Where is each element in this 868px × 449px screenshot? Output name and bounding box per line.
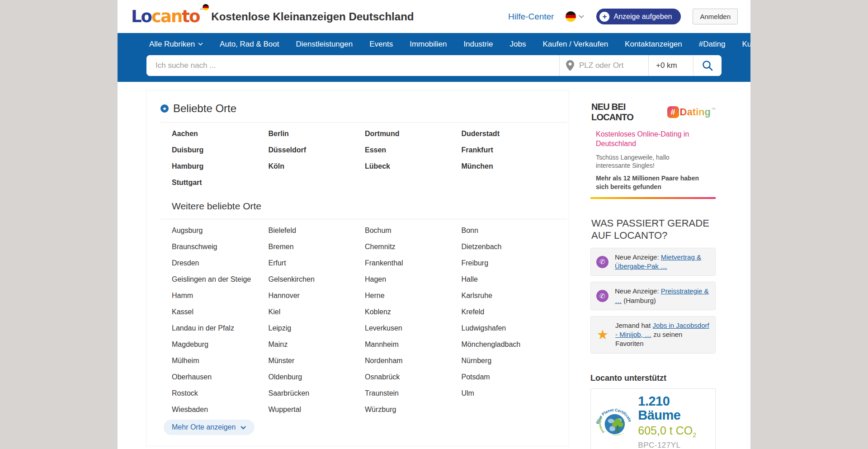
activity-item[interactable]: ✆ Neue Anzeige: Preisstrategie & … (Hamb…	[590, 282, 716, 310]
city-link[interactable]: Münster	[269, 357, 365, 364]
nav-all-categories[interactable]: Alle Rubriken	[149, 40, 203, 49]
city-link[interactable]: Halle	[462, 275, 558, 283]
city-link[interactable]: Hamm	[172, 292, 269, 299]
language-selector[interactable]	[566, 11, 585, 22]
city-link[interactable]: Nordenham	[365, 357, 462, 364]
city-link[interactable]: Düsseldorf	[269, 146, 365, 154]
city-link[interactable]: Ulm	[462, 389, 558, 397]
city-link[interactable]: Nürnberg	[462, 357, 558, 364]
search-button[interactable]	[693, 55, 722, 76]
city-link[interactable]: Hannover	[269, 292, 365, 299]
city-link[interactable]: Bremen	[269, 243, 365, 250]
city-link[interactable]: Oberhausen	[172, 373, 269, 381]
nav-item[interactable]: Kaufen / Verkaufen	[543, 40, 609, 49]
trademark-symbol: ™	[712, 107, 716, 112]
city-link[interactable]: Leipzig	[269, 324, 365, 332]
city-link[interactable]: Mannheim	[365, 340, 462, 348]
login-button[interactable]: Anmelden	[693, 9, 738, 24]
city-link[interactable]: Dortmund	[365, 130, 462, 137]
city-link[interactable]: Frankfurt	[462, 146, 558, 154]
city-link[interactable]: Würzburg	[365, 406, 462, 413]
city-link[interactable]: Kiel	[269, 308, 365, 316]
city-link[interactable]: Traunstein	[365, 389, 462, 397]
city-link[interactable]: Krefeld	[462, 308, 558, 316]
city-link[interactable]: Mönchengladbach	[462, 340, 558, 348]
city-link[interactable]: Braunschweig	[172, 243, 269, 250]
city-link[interactable]: Magdeburg	[172, 340, 269, 348]
city-link[interactable]: Stuttgart	[172, 179, 269, 186]
dating-promo-card[interactable]: NEU BEI LOCANTO # Dating ™ Kostenloses O…	[590, 90, 716, 199]
city-link[interactable]: Dietzenbach	[462, 243, 558, 250]
blue-planet-certificate-badge-icon: Blue Planet Certificate Naturefund	[595, 402, 632, 442]
city-link[interactable]: Karlsruhe	[462, 292, 558, 299]
popular-city-grid: AachenBerlinDortmundDuderstadtDuisburgDü…	[172, 130, 558, 186]
help-center-link[interactable]: Hilfe-Center	[508, 12, 554, 22]
nav-item[interactable]: Dienstleistungen	[296, 40, 353, 49]
city-link[interactable]: Rostock	[172, 389, 269, 397]
activity-item[interactable]: ★ Jemand hat Jobs in Jacobsdorf - Minijo…	[590, 316, 716, 354]
city-link[interactable]: Frankenthal	[365, 259, 462, 267]
search-input[interactable]	[146, 55, 559, 76]
blue-planet-certificate-card[interactable]: Blue Planet Certificate Naturefund	[590, 388, 716, 449]
dating-promo-link[interactable]: Kostenloses Online-Dating in Deutschland	[596, 130, 704, 149]
nav-item[interactable]: Events	[369, 40, 393, 49]
location-input[interactable]	[578, 61, 632, 71]
city-link[interactable]: Freiburg	[462, 259, 558, 267]
post-ad-button[interactable]: + Anzeige aufgeben	[596, 9, 681, 24]
city-link[interactable]: Koblenz	[365, 308, 462, 316]
nav-item[interactable]: Jobs	[510, 40, 526, 49]
locanto-logo[interactable]: Locanto™	[131, 8, 204, 25]
city-link[interactable]: Saarbrücken	[269, 389, 365, 397]
city-link[interactable]: Hagen	[365, 275, 462, 283]
city-link[interactable]: Berlin	[269, 130, 365, 137]
city-link[interactable]: Augsburg	[172, 227, 269, 234]
city-link[interactable]: Wuppertal	[269, 406, 365, 413]
city-link[interactable]: Essen	[365, 146, 462, 154]
popular-places-title: Beliebte Orte	[173, 102, 236, 115]
city-link[interactable]: Geislingen an der Steige	[172, 275, 269, 283]
city-link[interactable]: Duderstadt	[462, 130, 558, 137]
show-more-places-button[interactable]: Mehr Orte anzeigen	[164, 420, 255, 435]
city-link[interactable]: Ludwigshafen	[462, 324, 558, 332]
city-link[interactable]: Herne	[365, 292, 462, 299]
nav-item[interactable]: Auto, Rad & Boot	[220, 40, 279, 49]
page-title: Kostenlose Kleinanzeigen Deutschland	[211, 10, 414, 23]
city-link[interactable]: Lübeck	[365, 162, 462, 170]
location-box[interactable]	[560, 55, 648, 76]
nav-item[interactable]: Kontaktanzeigen	[625, 40, 682, 49]
nav-item[interactable]: #Dating	[699, 40, 726, 49]
co2-amount: 605,0 t CO2	[638, 424, 711, 439]
divider	[160, 122, 567, 123]
radius-select[interactable]: +0 km	[649, 55, 693, 76]
nav-item[interactable]: Immobilien	[410, 40, 447, 49]
city-link[interactable]: Kassel	[172, 308, 269, 316]
city-link[interactable]: Köln	[269, 162, 365, 170]
activity-item[interactable]: ✆ Neue Anzeige: Mietvertrag & Übergabe-P…	[590, 248, 716, 276]
city-link[interactable]: Mainz	[269, 340, 365, 348]
city-link[interactable]: Potsdam	[462, 373, 558, 381]
city-link[interactable]: Gelsenkirchen	[269, 275, 365, 283]
city-link[interactable]: Aachen	[172, 130, 269, 137]
city-link[interactable]: Oldenburg	[269, 373, 365, 381]
more-places-title: Weitere beliebte Orte	[172, 201, 558, 212]
city-link[interactable]: Wiesbaden	[172, 406, 269, 413]
city-link[interactable]: Duisburg	[172, 146, 269, 154]
city-link[interactable]: Bielefeld	[269, 227, 365, 234]
dating-logo[interactable]: # Dating ™	[667, 106, 716, 118]
city-link[interactable]: München	[462, 162, 558, 170]
city-link[interactable]: Dresden	[172, 259, 269, 267]
city-link[interactable]: Erfurt	[269, 259, 365, 267]
city-link[interactable]: Landau in der Pfalz	[172, 324, 269, 332]
sidebar: NEU BEI LOCANTO # Dating ™ Kostenloses O…	[586, 90, 721, 449]
city-link[interactable]: Bonn	[462, 227, 558, 234]
city-link[interactable]: Hamburg	[172, 162, 269, 170]
city-link[interactable]: Bochum	[365, 227, 462, 234]
nav-item[interactable]: Ku	[742, 40, 750, 49]
blue-band: Alle Rubriken Auto, Rad & BootDienstleis…	[118, 33, 750, 82]
city-link[interactable]: Osnabrück	[365, 373, 462, 381]
nav-item[interactable]: Industrie	[463, 40, 493, 49]
city-link[interactable]: Chemnitz	[365, 243, 462, 250]
city-link[interactable]: Mülheim	[172, 357, 269, 364]
dating-promo-strong-text: Mehr als 12 Millionen Paare haben sich b…	[596, 174, 709, 191]
city-link[interactable]: Leverkusen	[365, 324, 462, 332]
